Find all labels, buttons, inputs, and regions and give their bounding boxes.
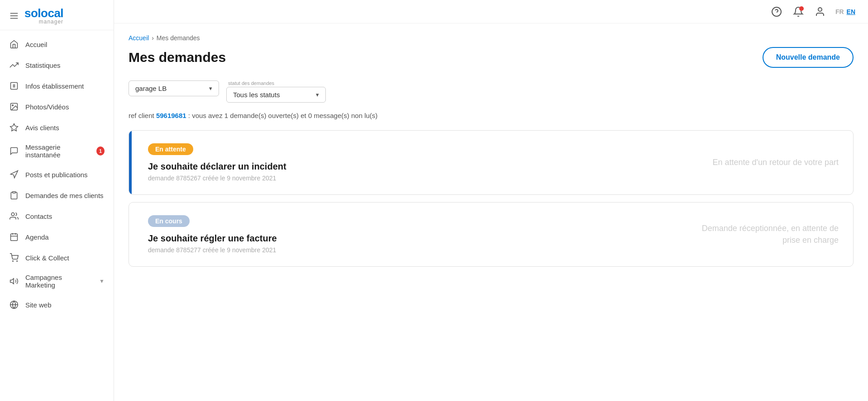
logo-sub: manager bbox=[24, 19, 63, 24]
filters: garage LB ▾ statut des demandes Tous les… bbox=[129, 80, 854, 103]
sidebar-item-label: Click & Collect bbox=[25, 254, 69, 262]
svg-rect-10 bbox=[13, 192, 16, 193]
notification-dot bbox=[799, 6, 804, 11]
card-meta: demande 8785277 créée le 9 novembre 2021 bbox=[148, 246, 694, 254]
status-filter-label: statut des demandes bbox=[226, 80, 326, 86]
demand-card[interactable]: En attente Je souhaite déclarer un incid… bbox=[129, 130, 854, 195]
sidebar: solocal manager Accueil Statistique bbox=[0, 0, 114, 401]
globe-icon bbox=[9, 300, 19, 310]
svg-marker-9 bbox=[10, 124, 18, 131]
contacts-icon bbox=[9, 211, 19, 221]
nouvelle-demande-button[interactable]: Nouvelle demande bbox=[763, 47, 854, 68]
svg-point-16 bbox=[13, 261, 14, 262]
sidebar-item-label: Site web bbox=[25, 301, 52, 309]
card-border-accent bbox=[129, 131, 132, 194]
chevron-down-icon: ▼ bbox=[99, 278, 105, 284]
card-title: Je souhaite déclarer un incident bbox=[148, 161, 712, 172]
sidebar-item-label: Agenda bbox=[25, 233, 49, 241]
status-select[interactable]: Tous les statuts ▾ bbox=[226, 87, 326, 103]
status-badge: En attente bbox=[148, 143, 193, 155]
sidebar-item-label: Statistiques bbox=[25, 61, 61, 69]
card-status-text: En attente d'un retour de votre part bbox=[712, 157, 839, 168]
sidebar-item-campagnes[interactable]: Campagnes Marketing ▼ bbox=[0, 268, 114, 294]
sidebar-collapse-button[interactable] bbox=[9, 11, 19, 21]
lang-fr[interactable]: FR bbox=[835, 8, 844, 15]
sidebar-item-label: Infos établissement bbox=[25, 82, 84, 90]
megaphone2-icon bbox=[9, 276, 19, 286]
sidebar-item-label: Avis clients bbox=[25, 124, 59, 132]
svg-marker-18 bbox=[10, 278, 14, 284]
list-icon bbox=[9, 81, 19, 91]
breadcrumb-home[interactable]: Accueil bbox=[129, 34, 149, 42]
notification-button[interactable] bbox=[792, 5, 805, 18]
sidebar-item-label: Accueil bbox=[25, 41, 47, 48]
status-filter: statut des demandes Tous les statuts ▾ bbox=[226, 80, 326, 103]
breadcrumb: Accueil › Mes demandes bbox=[129, 34, 854, 42]
topbar: FR EN bbox=[114, 0, 868, 24]
status-value: Tous les statuts bbox=[233, 91, 280, 99]
language-switcher: FR EN bbox=[835, 8, 855, 15]
sidebar-item-demandes[interactable]: Demandes de mes clients bbox=[0, 185, 114, 206]
page-header: Mes demandes Nouvelle demande bbox=[129, 47, 854, 68]
establishment-value: garage LB bbox=[135, 85, 167, 92]
ref-prefix: ref client bbox=[129, 112, 154, 119]
logo-name: solocal bbox=[24, 7, 63, 19]
card-main: En cours Je souhaite régler une facture … bbox=[143, 215, 694, 254]
page-title: Mes demandes bbox=[129, 50, 226, 65]
chevron-down-icon: ▾ bbox=[316, 91, 319, 98]
card-main: En attente Je souhaite déclarer un incid… bbox=[143, 143, 712, 182]
svg-point-11 bbox=[11, 213, 14, 216]
lang-en[interactable]: EN bbox=[847, 8, 855, 15]
ref-number[interactable]: 59619681 bbox=[156, 112, 186, 119]
sidebar-item-photos[interactable]: Photos/Vidéos bbox=[0, 96, 114, 117]
sidebar-item-messagerie[interactable]: Messagerie instantanée 1 bbox=[0, 138, 114, 164]
sidebar-header: solocal manager bbox=[0, 0, 114, 30]
sidebar-item-label: Messagerie instantanée bbox=[25, 143, 90, 159]
card-title: Je souhaite régler une facture bbox=[148, 233, 694, 244]
sidebar-item-statistiques[interactable]: Statistiques bbox=[0, 55, 114, 75]
sidebar-item-accueil[interactable]: Accueil bbox=[0, 34, 114, 55]
status-badge: En cours bbox=[148, 215, 190, 227]
image-icon bbox=[9, 102, 19, 112]
sidebar-navigation: Accueil Statistiques Infos établissement bbox=[0, 30, 114, 401]
sidebar-item-site-web[interactable]: Site web bbox=[0, 294, 114, 315]
help-button[interactable] bbox=[770, 5, 783, 18]
home-icon bbox=[9, 39, 19, 49]
svg-point-23 bbox=[818, 8, 822, 11]
ref-message: : vous avez 1 demande(s) ouverte(s) et 0… bbox=[188, 112, 378, 119]
sidebar-item-label: Photos/Vidéos bbox=[25, 103, 69, 111]
sidebar-item-label: Contacts bbox=[25, 212, 52, 220]
sidebar-item-label: Posts et publications bbox=[25, 171, 88, 179]
card-meta: demande 8785267 créée le 9 novembre 2021 bbox=[148, 175, 712, 182]
svg-point-8 bbox=[12, 105, 13, 106]
sidebar-item-label: Demandes de mes clients bbox=[25, 192, 104, 199]
establishment-filter: garage LB ▾ bbox=[129, 80, 219, 103]
clipboard-icon bbox=[9, 190, 19, 200]
sidebar-item-posts[interactable]: Posts et publications bbox=[0, 164, 114, 185]
svg-point-17 bbox=[17, 261, 18, 262]
sidebar-item-label: Campagnes Marketing bbox=[25, 274, 93, 289]
sidebar-item-agenda[interactable]: Agenda bbox=[0, 226, 114, 247]
demand-card[interactable]: En cours Je souhaite régler une facture … bbox=[129, 202, 854, 267]
messagerie-badge: 1 bbox=[96, 146, 105, 156]
chart-icon bbox=[9, 60, 19, 70]
breadcrumb-separator: › bbox=[152, 34, 154, 42]
card-status-text: Demande réceptionnée, en attente de pris… bbox=[694, 223, 839, 245]
sidebar-item-click-collect[interactable]: Click & Collect bbox=[0, 247, 114, 268]
logo: solocal manager bbox=[24, 7, 63, 24]
sidebar-item-avis[interactable]: Avis clients bbox=[0, 117, 114, 138]
main-content: FR EN Accueil › Mes demandes Mes demande… bbox=[114, 0, 868, 401]
breadcrumb-current: Mes demandes bbox=[157, 34, 200, 42]
ref-info: ref client 59619681 : vous avez 1 demand… bbox=[129, 112, 854, 119]
chat-icon bbox=[9, 146, 19, 156]
sidebar-item-infos[interactable]: Infos établissement bbox=[0, 75, 114, 96]
sidebar-item-contacts[interactable]: Contacts bbox=[0, 206, 114, 226]
establishment-select[interactable]: garage LB ▾ bbox=[129, 80, 219, 96]
megaphone-icon bbox=[9, 170, 19, 179]
calendar-icon bbox=[9, 232, 19, 242]
svg-rect-12 bbox=[11, 234, 18, 241]
user-button[interactable] bbox=[814, 5, 826, 18]
demands-list: En attente Je souhaite déclarer un incid… bbox=[129, 130, 854, 267]
cart-icon bbox=[9, 253, 19, 263]
star-icon bbox=[9, 123, 19, 132]
